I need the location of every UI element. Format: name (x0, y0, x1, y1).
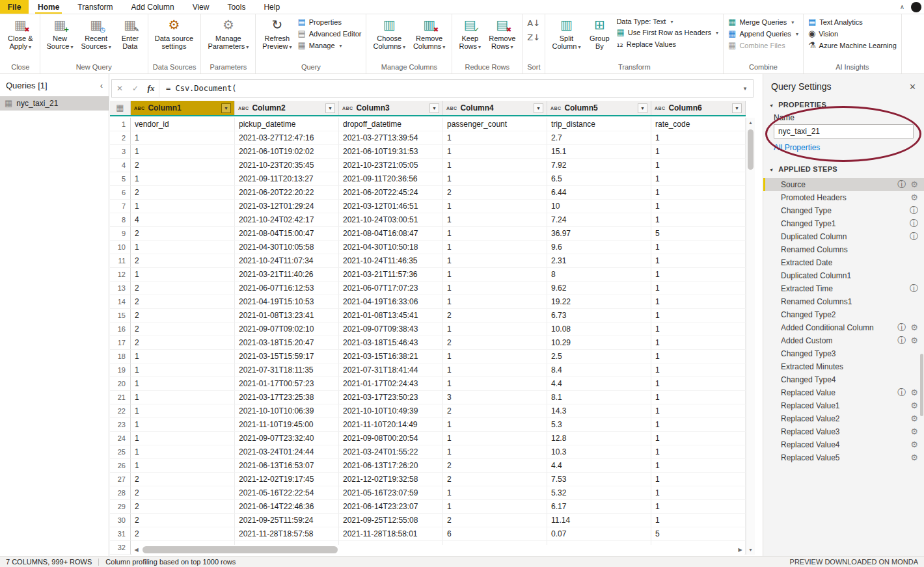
cell[interactable]: 1 (131, 145, 235, 159)
cell[interactable]: 2021-03-15T16:38:21 (339, 350, 443, 363)
menu-add-column[interactable]: Add Column (122, 0, 183, 14)
cell[interactable]: 2021-06-07T16:12:53 (235, 282, 339, 295)
cell[interactable]: 2 (131, 227, 235, 241)
query-name-input[interactable] (774, 124, 914, 138)
cell[interactable]: 1 (443, 500, 547, 514)
ribbon-button-vision[interactable]: ◉Vision (808, 29, 897, 38)
filter-icon[interactable]: ▼ (638, 103, 647, 113)
row-number[interactable]: 23 (110, 418, 131, 432)
cell[interactable]: 2021-09-25T11:59:24 (235, 514, 339, 527)
row-number[interactable]: 11 (110, 254, 131, 268)
row-number[interactable]: 16 (110, 323, 131, 336)
row-number[interactable]: 12 (110, 268, 131, 282)
cell[interactable]: 2 (131, 527, 235, 541)
row-number[interactable]: 9 (110, 227, 131, 241)
ribbon-button-choose-columns[interactable]: ▥ChooseColumns▾ (370, 16, 408, 51)
cell[interactable]: 1 (443, 295, 547, 309)
ribbon-button-data-source-settings[interactable]: ⚙Data sourcesettings (152, 16, 197, 50)
cell[interactable]: 1 (131, 350, 235, 363)
cell[interactable]: 2021-04-30T10:05:58 (235, 241, 339, 254)
row-number[interactable]: 32 (110, 541, 131, 555)
cell[interactable]: 2 (131, 159, 235, 172)
cell[interactable]: 1 (651, 459, 746, 473)
cell[interactable]: 2021-11-28T18:58:01 (339, 527, 443, 541)
cell[interactable]: 9.6 (547, 241, 651, 254)
cell[interactable]: 1 (651, 309, 746, 323)
cell[interactable]: 2021-03-18T15:46:43 (339, 336, 443, 350)
row-number[interactable]: 31 (110, 527, 131, 541)
cell[interactable]: 6.5 (547, 172, 651, 186)
cell[interactable]: rate_code (651, 118, 746, 131)
cell[interactable]: 2 (443, 404, 547, 418)
cell[interactable]: 2 (443, 309, 547, 323)
cell[interactable]: 6.17 (547, 500, 651, 514)
cell[interactable]: 1 (131, 172, 235, 186)
vertical-scrollbar[interactable]: ▲ ▼ (746, 118, 755, 555)
cell[interactable]: 1 (651, 172, 746, 186)
filter-icon[interactable]: ▼ (429, 103, 439, 113)
cell[interactable]: 12.8 (547, 432, 651, 445)
cell[interactable]: 2 (131, 336, 235, 350)
menu-view[interactable]: View (183, 0, 219, 14)
cell[interactable]: 19.22 (547, 295, 651, 309)
cell[interactable]: 2021-10-24T03:00:51 (339, 213, 443, 227)
cell[interactable]: 2 (131, 295, 235, 309)
cell[interactable]: vendor_id (131, 118, 235, 131)
hscroll-track[interactable] (143, 546, 734, 553)
cell[interactable]: 2021-04-19T15:10:53 (235, 295, 339, 309)
step-extracted-time[interactable]: Extracted Timeⓘ (763, 282, 924, 295)
step-renamed-columns[interactable]: Renamed Columns (763, 243, 924, 256)
cell[interactable]: 1 (651, 131, 746, 145)
row-number[interactable]: 24 (110, 432, 131, 445)
cell[interactable]: 2021-09-25T12:55:08 (339, 514, 443, 527)
step-changed-type4[interactable]: Changed Type4 (763, 373, 924, 386)
cell[interactable]: 2021-03-21T11:57:36 (339, 268, 443, 282)
cell[interactable]: 2021-07-31T18:41:44 (339, 363, 443, 377)
cell[interactable]: 2021-10-24T11:07:34 (235, 254, 339, 268)
formula-cancel-icon[interactable]: ✕ (112, 84, 128, 93)
column-header-column6[interactable]: ABCColumn6▼ (651, 101, 746, 115)
cell[interactable]: 2 (443, 459, 547, 473)
cell[interactable]: 10.29 (547, 336, 651, 350)
cell[interactable]: 15.1 (547, 145, 651, 159)
cell[interactable]: 2021-06-07T17:07:23 (339, 282, 443, 295)
ribbon-button-append-queries[interactable]: ▦Append Queries▾ (728, 29, 798, 38)
step-duplicated-column[interactable]: Duplicated Columnⓘ (763, 230, 924, 243)
cell[interactable]: 1 (131, 418, 235, 432)
row-number[interactable]: 1 (110, 118, 131, 131)
cell[interactable]: trip_distance (547, 118, 651, 131)
cell[interactable]: 2021-09-07T09:02:10 (235, 323, 339, 336)
cell[interactable]: 2021-05-16T23:07:59 (339, 486, 443, 500)
cell[interactable]: 2021-01-08T13:45:41 (339, 309, 443, 323)
row-number[interactable]: 22 (110, 404, 131, 418)
column-header-column1[interactable]: ABCColumn1▼ (131, 101, 235, 115)
cell[interactable]: 2021-04-19T16:33:06 (339, 295, 443, 309)
ribbon-button-sort-az[interactable]: A↓ (527, 19, 540, 28)
close-icon[interactable]: ✕ (909, 82, 916, 92)
cell[interactable]: 9.62 (547, 282, 651, 295)
row-number[interactable]: 2 (110, 131, 131, 145)
step-replaced-value4[interactable]: Replaced Value4⚙ (763, 438, 924, 451)
cell[interactable]: 2021-03-21T11:40:26 (235, 268, 339, 282)
cell[interactable]: 1 (131, 377, 235, 391)
row-number[interactable]: 15 (110, 309, 131, 323)
step-source[interactable]: Sourceⓘ⚙ (763, 178, 924, 191)
cell[interactable]: 2021-06-20T22:20:22 (235, 186, 339, 200)
cell[interactable]: 1 (443, 486, 547, 500)
cell[interactable]: 2021-12-02T19:17:45 (235, 473, 339, 486)
cell[interactable]: 1 (443, 159, 547, 172)
column-header-column4[interactable]: ABCColumn4▼ (443, 101, 547, 115)
cell[interactable]: 2021-06-20T22:45:24 (339, 186, 443, 200)
cell[interactable]: 8.4 (547, 363, 651, 377)
cell[interactable]: 1 (443, 377, 547, 391)
cell[interactable]: 2021-07-31T18:11:35 (235, 363, 339, 377)
cell[interactable]: 1 (651, 295, 746, 309)
filter-icon[interactable]: ▼ (325, 103, 335, 113)
scroll-up-icon[interactable]: ▲ (746, 118, 755, 127)
cell[interactable]: 10 (547, 200, 651, 213)
cell[interactable]: 1 (651, 282, 746, 295)
column-header-column5[interactable]: ABCColumn5▼ (547, 101, 651, 115)
step-replaced-value1[interactable]: Replaced Value1⚙ (763, 399, 924, 412)
cell[interactable]: 1 (651, 350, 746, 363)
step-changed-type1[interactable]: Changed Type1ⓘ (763, 217, 924, 230)
